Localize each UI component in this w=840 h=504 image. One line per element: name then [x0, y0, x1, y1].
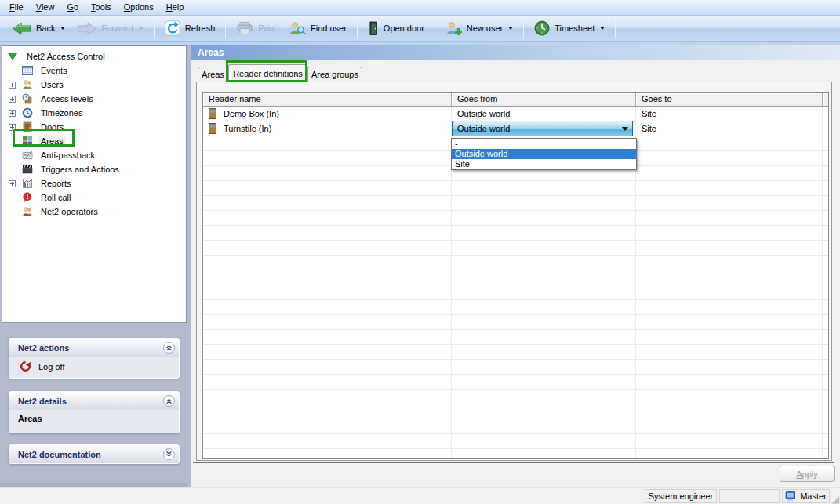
chevron-up-icon[interactable] [163, 395, 175, 407]
print-button[interactable]: Print [230, 17, 282, 39]
forward-button[interactable]: Forward [71, 17, 149, 39]
column-header-goes-to[interactable]: Goes to [636, 93, 823, 106]
reader-icon [209, 123, 216, 134]
print-label: Print [258, 24, 276, 33]
tree-item-access-levels[interactable]: Access levels [2, 92, 186, 106]
tree-root-collapse-icon[interactable] [8, 53, 17, 60]
tree-item-users[interactable]: Users [2, 78, 186, 92]
table-row[interactable]: Demo Box (In) Outside world Site [203, 107, 828, 121]
tree-item-doors[interactable]: Doors [2, 120, 186, 134]
tree-item-timezones[interactable]: Timezones [2, 106, 186, 120]
menu-go[interactable]: Go [60, 1, 85, 14]
timesheet-dropdown-caret[interactable] [600, 27, 605, 30]
expand-plus-icon[interactable] [9, 110, 16, 117]
table-header-row: Reader name Goes from Goes to [203, 93, 828, 107]
net2-actions-header[interactable]: Net2 actions [9, 339, 179, 357]
reports-icon [22, 178, 33, 189]
menu-file[interactable]: File [3, 1, 30, 14]
toolbar-separator [154, 19, 155, 38]
open-door-button[interactable]: Open door [362, 17, 431, 39]
new-user-label: New user [467, 24, 503, 33]
new-user-dropdown-caret[interactable] [508, 27, 513, 30]
dropdown-option[interactable]: Site [452, 159, 636, 169]
menu-view[interactable]: View [30, 1, 61, 14]
tree-item-roll-call[interactable]: Roll call [2, 190, 186, 205]
table-header-spacer [823, 93, 828, 106]
forward-label: Forward [101, 24, 133, 33]
timezones-icon [22, 107, 33, 118]
reader-name-cell[interactable]: Turnstile (In) [203, 121, 452, 136]
forward-arrow-icon [78, 22, 96, 35]
chevron-down-icon[interactable] [163, 448, 175, 460]
toolbar-separator [357, 19, 358, 38]
tab-areas[interactable]: Areas [198, 67, 228, 82]
goes-to-cell[interactable]: Site [636, 121, 823, 136]
find-user-button[interactable]: Find user [282, 17, 353, 39]
status-empty-cell [719, 489, 780, 503]
anti-passback-icon [22, 150, 33, 161]
timesheet-label: Timesheet [555, 24, 595, 33]
column-header-goes-from[interactable]: Goes from [452, 93, 636, 106]
areas-icon [22, 136, 33, 147]
expand-plus-icon[interactable] [9, 180, 16, 187]
expand-plus-icon[interactable] [9, 82, 16, 89]
tree-item-anti-passback[interactable]: Anti-passback [2, 148, 186, 162]
toolbar: Back Forward Refresh Print Find user Ope… [0, 16, 840, 42]
refresh-icon [165, 20, 180, 36]
new-user-button[interactable]: New user [439, 17, 519, 39]
combobox-dropdown-arrow-icon[interactable] [622, 127, 628, 131]
menu-help[interactable]: Help [160, 1, 191, 14]
column-gridline [822, 107, 823, 458]
log-off-button[interactable]: Log off [9, 357, 179, 376]
server-pc-icon [785, 491, 797, 502]
goes-to-cell[interactable]: Site [636, 107, 823, 121]
reader-icon [209, 108, 216, 119]
expand-plus-icon[interactable] [9, 124, 16, 131]
goes-from-cell[interactable]: Outside world [452, 107, 636, 121]
refresh-button[interactable]: Refresh [158, 17, 222, 39]
tree-item-events[interactable]: Events [2, 63, 186, 78]
menu-bar: File View Go Tools Options Help [0, 0, 840, 16]
open-door-label: Open door [384, 24, 424, 33]
timesheet-button[interactable]: Timesheet [528, 17, 611, 39]
tab-area-groups[interactable]: Area groups [307, 67, 362, 82]
apply-button[interactable]: Apply [780, 466, 835, 482]
doors-icon [22, 121, 33, 132]
net2-operators-icon [22, 206, 33, 217]
dropdown-option-selected[interactable]: Outside world [452, 149, 636, 159]
back-dropdown-caret[interactable] [60, 27, 65, 30]
panel-bottom-divider [193, 462, 834, 463]
net2-details-panel: Net2 details Areas [9, 391, 180, 433]
back-arrow-icon [13, 22, 31, 35]
reader-name-cell[interactable]: Demo Box (In) [203, 107, 452, 121]
new-user-icon [445, 21, 462, 35]
sidebar: Net2 Access Control Events Users Access … [0, 45, 191, 487]
details-current-view: Areas [9, 410, 179, 427]
back-button[interactable]: Back [6, 17, 71, 39]
menu-options[interactable]: Options [118, 1, 160, 14]
forward-dropdown-caret[interactable] [139, 27, 144, 30]
window-resize-grip[interactable]: ◢ [832, 495, 839, 504]
expand-plus-icon[interactable] [9, 96, 16, 103]
tab-reader-definitions[interactable]: Reader definitions [228, 64, 307, 82]
net2-documentation-header[interactable]: Net2 documentation [9, 445, 179, 463]
menu-tools[interactable]: Tools [85, 1, 118, 14]
tree-root-net2-access-control[interactable]: Net2 Access Control [2, 49, 186, 63]
goes-from-combobox[interactable]: Outside world [452, 121, 633, 136]
find-user-label: Find user [311, 24, 347, 33]
net2-details-header[interactable]: Net2 details [9, 392, 179, 410]
tree-item-net2-operators[interactable]: Net2 operators [2, 205, 186, 219]
toolbar-separator [435, 19, 435, 38]
tree-item-areas[interactable]: Areas [2, 134, 186, 148]
dropdown-option[interactable]: - [452, 139, 636, 149]
nav-tree: Net2 Access Control Events Users Access … [2, 45, 187, 323]
column-header-reader-name[interactable]: Reader name [203, 93, 452, 106]
timesheet-clock-icon [534, 20, 550, 36]
tree-item-reports[interactable]: Reports [2, 176, 186, 190]
status-bar: System engineer Master ◢ [0, 487, 840, 504]
roll-call-icon [22, 192, 33, 203]
tree-item-triggers-and-actions[interactable]: Triggers and Actions [2, 162, 186, 176]
access-levels-icon [22, 93, 33, 104]
chevron-up-icon[interactable] [163, 342, 175, 354]
status-server-cell: Master [782, 489, 830, 503]
